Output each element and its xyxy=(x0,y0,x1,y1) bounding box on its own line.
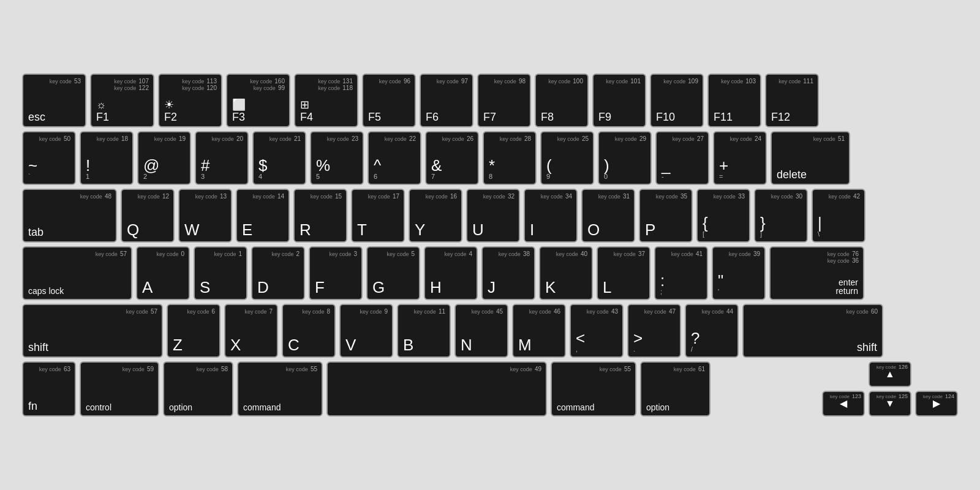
key-8[interactable]: key code 28 * 8 xyxy=(483,131,537,185)
key-f4[interactable]: key code 131 key code 118 ⊞ F4 xyxy=(294,74,358,127)
key-left-option[interactable]: key code 58 option xyxy=(163,361,233,417)
key-f12[interactable]: key code 111 F12 xyxy=(765,74,819,127)
key-3[interactable]: key code 20 # 3 xyxy=(195,131,249,185)
key-5[interactable]: key code 23 % 5 xyxy=(310,131,364,185)
key-a[interactable]: key code 0 A xyxy=(136,246,190,300)
key-backtick[interactable]: key code 50 ~ ` xyxy=(22,131,76,185)
key-t[interactable]: key code 17 T xyxy=(351,189,405,243)
key-enter[interactable]: key code 76 key code 36 enterreturn xyxy=(769,246,864,300)
key-k[interactable]: key code 40 K xyxy=(539,246,593,300)
key-f[interactable]: key code 3 F xyxy=(309,246,363,300)
key-backslash[interactable]: key code 42 | \ xyxy=(812,189,865,243)
key-y[interactable]: key code 16 Y xyxy=(409,189,462,243)
key-2[interactable]: key code 19 @ 2 xyxy=(137,131,191,185)
key-l[interactable]: key code 37 L xyxy=(597,246,650,300)
arrow-keys: key code 126 ▲ key code 123 ◀ key code 1… xyxy=(822,361,958,417)
key-b[interactable]: key code 11 B xyxy=(397,304,451,358)
key-f8[interactable]: key code 100 F8 xyxy=(535,74,589,127)
key-period[interactable]: key code 47 > . xyxy=(627,304,681,358)
key-quote[interactable]: key code 39 " ' xyxy=(712,246,766,300)
key-f2[interactable]: key code 113 key code 120 ☀ F2 xyxy=(158,74,222,127)
key-r[interactable]: key code 15 R xyxy=(293,189,347,243)
key-tab[interactable]: key code 48 tab xyxy=(22,189,117,243)
key-slash[interactable]: key code 44 ? / xyxy=(685,304,739,358)
key-7[interactable]: key code 26 & 7 xyxy=(425,131,479,185)
key-fn[interactable]: key code 63 fn xyxy=(22,361,76,417)
fn-row: key code 53 esc key code 107 key code 12… xyxy=(22,74,958,127)
key-rbracket[interactable]: key code 30 } ] xyxy=(754,189,808,243)
key-semicolon[interactable]: key code 41 : ; xyxy=(654,246,708,300)
key-u[interactable]: key code 32 U xyxy=(466,189,520,243)
number-row: key code 50 ~ ` key code 18 ! 1 key code… xyxy=(22,131,958,185)
arrow-bottom-row: key code 123 ◀ key code 125 ▼ key code 1… xyxy=(822,391,958,417)
key-o[interactable]: key code 31 O xyxy=(581,189,635,243)
key-e[interactable]: key code 14 E xyxy=(236,189,290,243)
key-f3[interactable]: key code 160 key code 99 ⬜ F3 xyxy=(226,74,290,127)
key-i[interactable]: key code 34 I xyxy=(524,189,578,243)
asdf-row: key code 57 caps lock key code 0 A key c… xyxy=(22,246,958,300)
key-control[interactable]: key code 59 control xyxy=(80,361,159,417)
key-caps-lock[interactable]: key code 57 caps lock xyxy=(22,246,132,300)
key-g[interactable]: key code 5 G xyxy=(366,246,420,300)
zxcv-row: key code 57 shift key code 6 Z key code … xyxy=(22,304,958,358)
key-f6[interactable]: key code 97 F6 xyxy=(420,74,473,127)
key-m[interactable]: key code 46 M xyxy=(512,304,566,358)
key-f5[interactable]: key code 96 F5 xyxy=(362,74,416,127)
key-lbracket[interactable]: key code 33 { [ xyxy=(696,189,750,243)
key-x[interactable]: key code 7 X xyxy=(224,304,278,358)
key-left-command[interactable]: key code 55 command xyxy=(237,361,323,417)
key-6[interactable]: key code 22 ^ 6 xyxy=(368,131,421,185)
key-q[interactable]: key code 12 Q xyxy=(121,189,175,243)
key-equals[interactable]: key code 24 + = xyxy=(713,131,767,185)
key-n[interactable]: key code 45 N xyxy=(454,304,508,358)
key-v[interactable]: key code 9 V xyxy=(339,304,393,358)
key-f7[interactable]: key code 98 F7 xyxy=(477,74,531,127)
key-esc[interactable]: key code 53 esc xyxy=(22,74,86,127)
key-right-command[interactable]: key code 55 command xyxy=(551,361,636,417)
key-z[interactable]: key code 6 Z xyxy=(167,304,221,358)
key-j[interactable]: key code 38 J xyxy=(481,246,535,300)
key-s[interactable]: key code 1 S xyxy=(194,246,247,300)
key-comma[interactable]: key code 43 < , xyxy=(570,304,624,358)
key-minus[interactable]: key code 27 _ - xyxy=(655,131,709,185)
key-right-shift[interactable]: key code 60 shift xyxy=(742,304,883,358)
key-f9[interactable]: key code 101 F9 xyxy=(592,74,646,127)
qwerty-row: key code 48 tab key code 12 Q key code 1… xyxy=(22,189,958,243)
key-c[interactable]: key code 8 C xyxy=(282,304,336,358)
key-arrow-up[interactable]: key code 126 ▲ xyxy=(869,361,911,387)
key-space[interactable]: key code 49 xyxy=(326,361,547,417)
key-0[interactable]: key code 29 ) 0 xyxy=(598,131,652,185)
key-f11[interactable]: key code 103 F11 xyxy=(707,74,761,127)
key-w[interactable]: key code 13 W xyxy=(178,189,232,243)
key-delete[interactable]: key code 51 delete xyxy=(771,131,850,185)
key-1[interactable]: key code 18 ! 1 xyxy=(80,131,134,185)
key-9[interactable]: key code 25 ( 9 xyxy=(540,131,594,185)
key-f10[interactable]: key code 109 F10 xyxy=(650,74,704,127)
key-f1[interactable]: key code 107 key code 122 ☼ F1 xyxy=(90,74,154,127)
key-p[interactable]: key code 35 P xyxy=(639,189,693,243)
key-right-option[interactable]: key code 61 option xyxy=(640,361,710,417)
key-arrow-left[interactable]: key code 123 ◀ xyxy=(822,391,865,417)
key-arrow-down[interactable]: key code 125 ▼ xyxy=(869,391,911,417)
keyboard: key code 53 esc key code 107 key code 12… xyxy=(12,64,968,426)
key-arrow-right[interactable]: key code 124 ▶ xyxy=(915,391,958,417)
arrow-top-row: key code 126 ▲ xyxy=(822,361,958,387)
key-left-shift[interactable]: key code 57 shift xyxy=(22,304,163,358)
key-4[interactable]: key code 21 $ 4 xyxy=(252,131,306,185)
bottom-row: key code 63 fn key code 59 control key c… xyxy=(22,361,958,417)
key-d[interactable]: key code 2 D xyxy=(251,246,305,300)
key-h[interactable]: key code 4 H xyxy=(424,246,478,300)
